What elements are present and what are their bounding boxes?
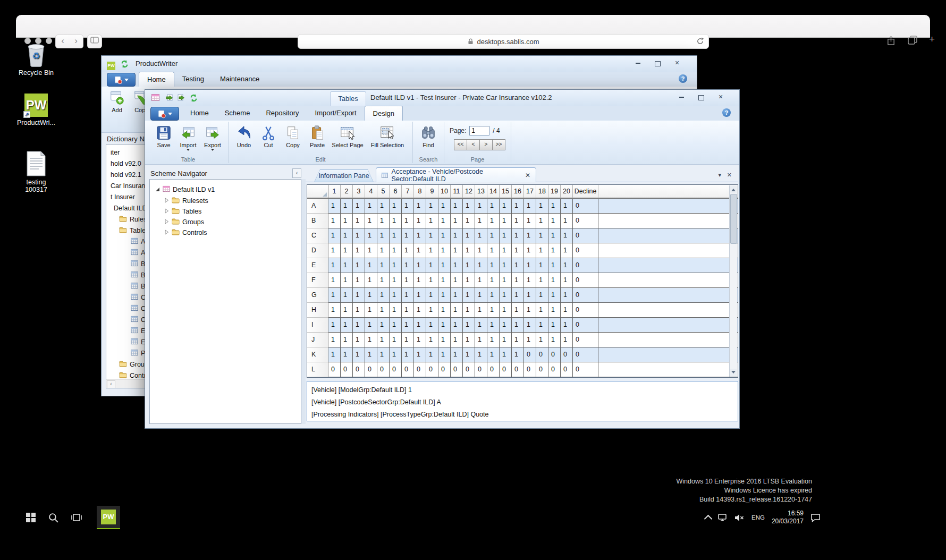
grid-cell-l-13[interactable]: 0 (475, 362, 487, 377)
page-nav-last-button[interactable]: >> (493, 139, 505, 150)
grid-cell-d-8[interactable]: 1 (414, 243, 426, 258)
grid-cell-k-12[interactable]: 1 (463, 347, 475, 362)
maximize-button[interactable] (651, 59, 664, 68)
grid-cell-f-3[interactable]: 1 (353, 273, 365, 288)
grid-cell-g-10[interactable]: 1 (438, 288, 451, 303)
grid-cell-k-3[interactable]: 1 (353, 347, 365, 362)
grid-column-header-11[interactable]: 11 (451, 185, 463, 199)
grid-cell-e-18[interactable]: 1 (536, 258, 548, 273)
grid-cell-j-16[interactable]: 1 (512, 333, 524, 347)
taskbar-search-button[interactable] (46, 510, 61, 525)
grid-cell-d-4[interactable]: 1 (365, 243, 377, 258)
grid-cell-b-17[interactable]: 1 (524, 214, 536, 228)
sync-icon[interactable] (190, 94, 198, 104)
grid-cell-g-19[interactable]: 1 (548, 288, 561, 303)
grid-cell-b-20[interactable]: 1 (561, 214, 573, 228)
grid-cell-l-6[interactable]: 0 (390, 362, 402, 377)
grid-cell-c-18[interactable]: 1 (536, 228, 548, 243)
quick-import-icon[interactable] (165, 94, 173, 104)
grid-cell-g-11[interactable]: 1 (451, 288, 463, 303)
grid-cell-g-17[interactable]: 1 (524, 288, 536, 303)
grid-cell-b-2[interactable]: 1 (341, 214, 353, 228)
grid-cell-i-1[interactable]: 1 (328, 318, 341, 333)
grid-cell-b-16[interactable]: 1 (512, 214, 524, 228)
grid-cell-l-1[interactable]: 0 (328, 362, 341, 377)
grid-cell-k-decline[interactable]: 0 (573, 347, 598, 362)
ribbon-button-export[interactable]: Export (200, 123, 225, 154)
expander-closed-icon[interactable] (165, 229, 169, 236)
ribbon-button-paste[interactable]: Paste (305, 123, 330, 149)
grid-cell-d-1[interactable]: 1 (328, 243, 341, 258)
grid-cell-k-7[interactable]: 1 (402, 347, 414, 362)
grid-cell-a-1[interactable]: 1 (328, 199, 341, 214)
grid-cell-l-2[interactable]: 0 (341, 362, 353, 377)
grid-cell-j-19[interactable]: 1 (548, 333, 561, 347)
grid-cell-f-9[interactable]: 1 (426, 273, 438, 288)
grid-cell-k-2[interactable]: 1 (341, 347, 353, 362)
grid-cell-i-13[interactable]: 1 (475, 318, 487, 333)
expander-open-icon[interactable] (155, 186, 160, 193)
grid-cell-h-3[interactable]: 1 (353, 303, 365, 318)
productwriter-titlebar[interactable]: PW ProductWriter × (102, 56, 697, 72)
grid-cell-a-10[interactable]: 1 (438, 199, 451, 214)
grid-cell-h-15[interactable]: 1 (500, 303, 512, 318)
grid-cell-l-16[interactable]: 0 (512, 362, 524, 377)
grid-cell-i-7[interactable]: 1 (402, 318, 414, 333)
ribbon-button-import[interactable]: Import (176, 123, 200, 154)
grid-cell-b-decline[interactable]: 0 (573, 214, 598, 228)
grid-cell-c-15[interactable]: 1 (500, 228, 512, 243)
grid-cell-l-7[interactable]: 0 (402, 362, 414, 377)
grid-cell-h-1[interactable]: 1 (328, 303, 341, 318)
grid-cell-g-14[interactable]: 1 (487, 288, 500, 303)
grid-cell-k-1[interactable]: 1 (328, 347, 341, 362)
grid-cell-d-14[interactable]: 1 (487, 243, 500, 258)
grid-cell-l-19[interactable]: 0 (548, 362, 561, 377)
grid-column-header-8[interactable]: 8 (414, 185, 426, 199)
grid-cell-c-decline[interactable]: 0 (573, 228, 598, 243)
grid-cell-d-6[interactable]: 1 (390, 243, 402, 258)
grid-column-header-19[interactable]: 19 (548, 185, 561, 199)
grid-cell-a-decline[interactable]: 0 (573, 199, 598, 214)
grid-cell-j-20[interactable]: 1 (561, 333, 573, 347)
grid-cell-e-9[interactable]: 1 (426, 258, 438, 273)
grid-cell-f-4[interactable]: 1 (365, 273, 377, 288)
grid-cell-i-9[interactable]: 1 (426, 318, 438, 333)
grid-cell-l-3[interactable]: 0 (353, 362, 365, 377)
grid-cell-l-20[interactable]: 0 (561, 362, 573, 377)
grid-cell-j-9[interactable]: 1 (426, 333, 438, 347)
grid-cell-c-12[interactable]: 1 (463, 228, 475, 243)
design-tab-home[interactable]: Home (182, 106, 217, 121)
grid-cell-i-4[interactable]: 1 (365, 318, 377, 333)
grid-cell-j-15[interactable]: 1 (500, 333, 512, 347)
grid-cell-j-10[interactable]: 1 (438, 333, 451, 347)
grid-cell-e-11[interactable]: 1 (451, 258, 463, 273)
scroll-down-icon[interactable] (730, 369, 737, 377)
grid-column-header-14[interactable]: 14 (487, 185, 500, 199)
grid-cell-c-4[interactable]: 1 (365, 228, 377, 243)
grid-cell-i-6[interactable]: 1 (390, 318, 402, 333)
table-editor-titlebar[interactable]: Tables Default ILD v1 - Test Insurer - P… (145, 90, 739, 106)
grid-cell-c-9[interactable]: 1 (426, 228, 438, 243)
grid-cell-i-8[interactable]: 1 (414, 318, 426, 333)
grid-row-header-g[interactable]: G (307, 288, 328, 303)
grid-cell-d-7[interactable]: 1 (402, 243, 414, 258)
tab-information-pane[interactable]: Information Pane (314, 169, 374, 182)
grid-column-header-9[interactable]: 9 (426, 185, 438, 199)
grid-cell-k-14[interactable]: 1 (487, 347, 500, 362)
grid-column-header-3[interactable]: 3 (353, 185, 365, 199)
grid-row-header-e[interactable]: E (307, 258, 328, 273)
grid-column-header-4[interactable]: 4 (365, 185, 377, 199)
grid-cell-c-14[interactable]: 1 (487, 228, 500, 243)
grid-cell-l-14[interactable]: 0 (487, 362, 500, 377)
productwriter-tab-testing[interactable]: Testing (174, 72, 212, 87)
grid-cell-g-7[interactable]: 1 (402, 288, 414, 303)
grid-cell-h-20[interactable]: 1 (561, 303, 573, 318)
desktop-icon-testing-file[interactable]: testing 100317 (12, 150, 61, 193)
address-bar[interactable]: desktops.sablis.com (298, 34, 709, 49)
scheme-item-groups[interactable]: Groups (150, 217, 301, 227)
close-document-icon[interactable]: ✕ (727, 172, 732, 179)
grid-cell-h-decline[interactable]: 0 (573, 303, 598, 318)
grid-cell-e-4[interactable]: 1 (365, 258, 377, 273)
scroll-up-icon[interactable] (730, 185, 737, 193)
grid-cell-f-8[interactable]: 1 (414, 273, 426, 288)
